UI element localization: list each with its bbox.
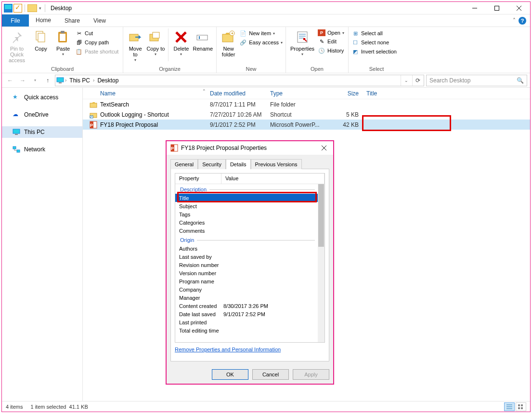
tab-security[interactable]: Security xyxy=(198,159,226,169)
forward-button[interactable]: → xyxy=(17,75,28,86)
prop-row[interactable]: Date last saved9/1/2017 2:52 PM xyxy=(175,310,318,318)
new-folder-button[interactable]: ✦ New folder xyxy=(220,28,237,57)
minimize-button[interactable] xyxy=(464,2,486,14)
window-title: Desktop xyxy=(49,5,72,12)
column-date[interactable]: Date modified xyxy=(210,90,270,97)
prop-row[interactable]: Last printed xyxy=(175,318,318,326)
prop-row[interactable]: Subject xyxy=(175,202,318,210)
svg-rect-22 xyxy=(59,82,62,83)
help-icon[interactable]: ? xyxy=(519,17,526,25)
prop-row[interactable]: Authors xyxy=(175,244,318,253)
svg-rect-36 xyxy=(521,407,523,409)
ribbon: Pin to Quick access Copy Paste ▾ ✂Cut 🗐C… xyxy=(2,27,530,73)
open-button[interactable]: POpen ▾ xyxy=(318,29,344,36)
move-to-icon xyxy=(128,29,143,45)
scrollbar[interactable] xyxy=(318,184,324,342)
select-all-button[interactable]: ⊞Select all xyxy=(351,29,397,37)
column-type[interactable]: Type xyxy=(270,90,328,97)
column-size[interactable]: Size xyxy=(328,90,363,97)
prop-row[interactable]: Comments xyxy=(175,227,318,235)
refresh-button[interactable]: ⟳ xyxy=(412,75,423,86)
sidebar-item-thispc[interactable]: This PC xyxy=(2,126,82,138)
search-input[interactable]: Search Desktop 🔍 xyxy=(426,75,527,86)
tab-previous-versions[interactable]: Previous Versions xyxy=(251,159,302,169)
select-none-icon: ☐ xyxy=(351,39,359,46)
list-row[interactable]: Outlook Logging - Shortcut 7/27/2017 10:… xyxy=(83,109,530,120)
scrollbar-thumb[interactable] xyxy=(318,184,324,247)
rename-button[interactable]: Rename xyxy=(193,28,213,52)
header-property[interactable]: Property xyxy=(175,174,221,184)
apply-button[interactable]: Apply xyxy=(293,369,329,380)
prop-row[interactable]: Last saved by xyxy=(175,253,318,261)
details-view-button[interactable] xyxy=(504,402,515,411)
sidebar-item-quickaccess[interactable]: ★ Quick access xyxy=(2,92,82,103)
prop-row-title[interactable]: Title xyxy=(175,194,318,202)
column-name[interactable]: Name⌃ xyxy=(83,90,210,97)
column-title[interactable]: Title xyxy=(363,90,451,97)
quick-access-toolbar: ▾ xyxy=(2,4,49,13)
back-button[interactable]: ← xyxy=(5,75,15,86)
sidebar-item-onedrive[interactable]: ☁ OneDrive xyxy=(2,109,82,120)
invert-selection-button[interactable]: ◩Invert selection xyxy=(351,48,397,55)
up-button[interactable]: ↑ xyxy=(42,75,53,86)
history-icon: 🕓 xyxy=(318,47,325,54)
prop-row[interactable]: Tags xyxy=(175,210,318,218)
copy-to-button[interactable]: Copy to▾ xyxy=(146,28,165,57)
recent-button[interactable]: ▾ xyxy=(30,75,40,86)
ribbon-tabs: File Home Share View ˄ ? xyxy=(2,14,530,27)
prop-row[interactable]: Company xyxy=(175,285,318,294)
edit-button[interactable]: ✎Edit xyxy=(318,38,344,45)
svg-rect-27 xyxy=(90,103,97,107)
easy-access-button[interactable]: 🔗Easy access ▾ xyxy=(239,39,283,46)
copy-path-button[interactable]: 🗐Copy path xyxy=(75,39,118,46)
properties-button[interactable]: Properties▾ xyxy=(289,28,316,57)
prop-row[interactable]: Manager xyxy=(175,294,318,302)
icons-view-button[interactable] xyxy=(516,402,526,411)
view-tab[interactable]: View xyxy=(87,14,113,27)
cut-button[interactable]: ✂Cut xyxy=(75,29,118,37)
qat-properties-icon[interactable] xyxy=(13,4,22,13)
history-button[interactable]: 🕓History xyxy=(318,47,344,54)
close-button[interactable] xyxy=(508,2,530,14)
dialog-close-button[interactable] xyxy=(319,143,329,153)
select-none-button[interactable]: ☐Select none xyxy=(351,39,397,46)
list-row[interactable]: TextSearch 8/7/2017 1:11 PM File folder xyxy=(83,99,530,109)
address-bar[interactable]: › This PC › Desktop ⌄ ⟳ xyxy=(55,75,424,86)
copy-button[interactable]: Copy xyxy=(31,28,51,52)
paste-shortcut-button[interactable]: 📋Paste shortcut xyxy=(75,48,118,55)
cancel-button[interactable]: Cancel xyxy=(252,369,289,380)
thispc-icon[interactable] xyxy=(4,4,13,13)
address-dropdown-icon[interactable]: ⌄ xyxy=(401,75,411,86)
prop-row[interactable]: Program name xyxy=(175,277,318,285)
tab-general[interactable]: General xyxy=(170,159,198,169)
crumb-thispc[interactable]: This PC xyxy=(67,77,92,84)
prop-row[interactable]: Version number xyxy=(175,269,318,277)
prop-row[interactable]: Total editing time xyxy=(175,326,318,334)
maximize-button[interactable] xyxy=(486,2,508,14)
move-to-button[interactable]: Move to▾ xyxy=(126,28,144,63)
pin-to-quick-access-button[interactable]: Pin to Quick access xyxy=(5,28,29,63)
paste-button[interactable]: Paste ▾ xyxy=(53,28,73,57)
prop-row[interactable]: Categories xyxy=(175,218,318,227)
paste-shortcut-icon: 📋 xyxy=(75,48,83,55)
qat-dropdown-icon[interactable]: ▾ xyxy=(38,6,42,11)
prop-row[interactable]: Revision number xyxy=(175,261,318,269)
share-tab[interactable]: Share xyxy=(58,14,87,27)
list-row[interactable]: PFY18 Project Proposal 9/1/2017 2:52 PM … xyxy=(83,120,530,130)
header-value[interactable]: Value xyxy=(221,174,324,184)
remove-properties-link[interactable]: Remove Properties and Personal Informati… xyxy=(175,347,325,352)
tab-details[interactable]: Details xyxy=(226,159,251,169)
svg-rect-25 xyxy=(13,147,16,149)
file-tab[interactable]: File xyxy=(2,14,29,27)
delete-button[interactable]: Delete▾ xyxy=(172,28,190,57)
svg-rect-1 xyxy=(495,6,499,10)
folder-icon xyxy=(27,4,37,12)
collapse-ribbon-icon[interactable]: ˄ xyxy=(513,17,516,24)
ok-button[interactable]: OK xyxy=(212,369,248,380)
crumb-desktop[interactable]: Desktop xyxy=(95,77,120,84)
new-item-button[interactable]: 📄New item ▾ xyxy=(239,29,283,37)
shortcut-icon xyxy=(90,111,97,119)
home-tab[interactable]: Home xyxy=(29,14,58,27)
sidebar-item-network[interactable]: Network xyxy=(2,144,82,155)
prop-row[interactable]: Content created8/30/2017 3:26 PM xyxy=(175,302,318,310)
